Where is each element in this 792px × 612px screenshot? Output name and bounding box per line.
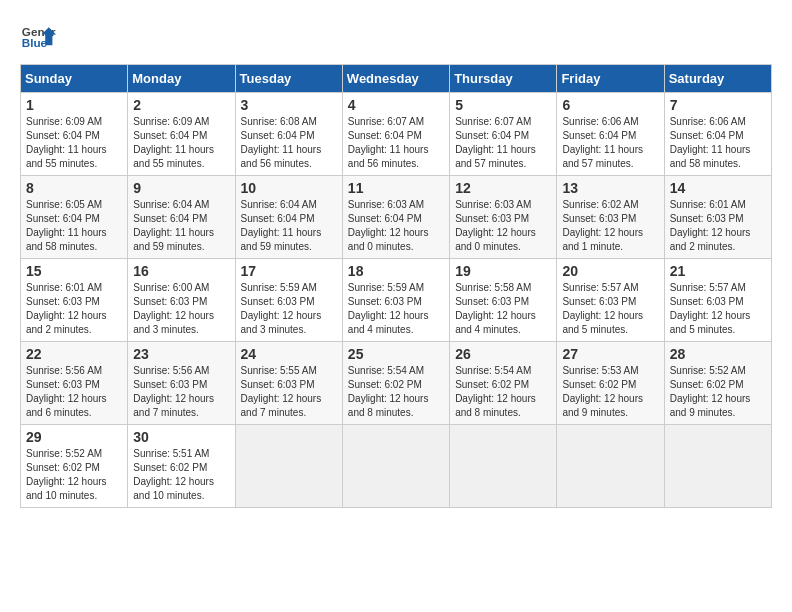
day-info: Sunrise: 5:57 AM Sunset: 6:03 PM Dayligh… [562,281,658,337]
day-info: Sunrise: 5:58 AM Sunset: 6:03 PM Dayligh… [455,281,551,337]
calendar-day-cell: 10Sunrise: 6:04 AM Sunset: 6:04 PM Dayli… [235,176,342,259]
calendar-day-cell: 5Sunrise: 6:07 AM Sunset: 6:04 PM Daylig… [450,93,557,176]
day-info: Sunrise: 6:04 AM Sunset: 6:04 PM Dayligh… [133,198,229,254]
calendar-day-cell: 25Sunrise: 5:54 AM Sunset: 6:02 PM Dayli… [342,342,449,425]
day-number: 18 [348,263,444,279]
calendar-day-cell: 23Sunrise: 5:56 AM Sunset: 6:03 PM Dayli… [128,342,235,425]
calendar-day-cell [450,425,557,508]
calendar-week-row: 15Sunrise: 6:01 AM Sunset: 6:03 PM Dayli… [21,259,772,342]
calendar-day-cell: 13Sunrise: 6:02 AM Sunset: 6:03 PM Dayli… [557,176,664,259]
calendar-day-cell: 22Sunrise: 5:56 AM Sunset: 6:03 PM Dayli… [21,342,128,425]
day-number: 25 [348,346,444,362]
calendar-day-cell: 20Sunrise: 5:57 AM Sunset: 6:03 PM Dayli… [557,259,664,342]
day-number: 16 [133,263,229,279]
day-number: 9 [133,180,229,196]
calendar-table: SundayMondayTuesdayWednesdayThursdayFrid… [20,64,772,508]
day-number: 8 [26,180,122,196]
calendar-week-row: 29Sunrise: 5:52 AM Sunset: 6:02 PM Dayli… [21,425,772,508]
day-number: 10 [241,180,337,196]
calendar-day-cell: 4Sunrise: 6:07 AM Sunset: 6:04 PM Daylig… [342,93,449,176]
calendar-day-cell: 30Sunrise: 5:51 AM Sunset: 6:02 PM Dayli… [128,425,235,508]
day-number: 28 [670,346,766,362]
day-info: Sunrise: 6:01 AM Sunset: 6:03 PM Dayligh… [26,281,122,337]
day-info: Sunrise: 5:57 AM Sunset: 6:03 PM Dayligh… [670,281,766,337]
day-info: Sunrise: 5:59 AM Sunset: 6:03 PM Dayligh… [348,281,444,337]
calendar-day-cell [664,425,771,508]
day-info: Sunrise: 5:53 AM Sunset: 6:02 PM Dayligh… [562,364,658,420]
calendar-header-row: SundayMondayTuesdayWednesdayThursdayFrid… [21,65,772,93]
day-info: Sunrise: 5:59 AM Sunset: 6:03 PM Dayligh… [241,281,337,337]
weekday-header: Tuesday [235,65,342,93]
calendar-day-cell: 12Sunrise: 6:03 AM Sunset: 6:03 PM Dayli… [450,176,557,259]
day-info: Sunrise: 6:09 AM Sunset: 6:04 PM Dayligh… [133,115,229,171]
day-info: Sunrise: 6:05 AM Sunset: 6:04 PM Dayligh… [26,198,122,254]
day-number: 29 [26,429,122,445]
day-number: 23 [133,346,229,362]
day-info: Sunrise: 5:52 AM Sunset: 6:02 PM Dayligh… [670,364,766,420]
day-info: Sunrise: 6:01 AM Sunset: 6:03 PM Dayligh… [670,198,766,254]
day-number: 4 [348,97,444,113]
calendar-day-cell: 11Sunrise: 6:03 AM Sunset: 6:04 PM Dayli… [342,176,449,259]
day-number: 3 [241,97,337,113]
weekday-header: Sunday [21,65,128,93]
day-number: 17 [241,263,337,279]
day-number: 19 [455,263,551,279]
day-info: Sunrise: 6:04 AM Sunset: 6:04 PM Dayligh… [241,198,337,254]
day-info: Sunrise: 6:03 AM Sunset: 6:03 PM Dayligh… [455,198,551,254]
calendar-day-cell: 24Sunrise: 5:55 AM Sunset: 6:03 PM Dayli… [235,342,342,425]
day-info: Sunrise: 6:07 AM Sunset: 6:04 PM Dayligh… [455,115,551,171]
day-info: Sunrise: 5:55 AM Sunset: 6:03 PM Dayligh… [241,364,337,420]
day-info: Sunrise: 6:06 AM Sunset: 6:04 PM Dayligh… [562,115,658,171]
weekday-header: Saturday [664,65,771,93]
calendar-day-cell: 28Sunrise: 5:52 AM Sunset: 6:02 PM Dayli… [664,342,771,425]
day-number: 11 [348,180,444,196]
day-number: 26 [455,346,551,362]
svg-text:Blue: Blue [22,36,48,49]
day-number: 21 [670,263,766,279]
calendar-day-cell: 29Sunrise: 5:52 AM Sunset: 6:02 PM Dayli… [21,425,128,508]
day-number: 14 [670,180,766,196]
day-number: 6 [562,97,658,113]
weekday-header: Monday [128,65,235,93]
day-number: 22 [26,346,122,362]
day-info: Sunrise: 6:06 AM Sunset: 6:04 PM Dayligh… [670,115,766,171]
calendar-day-cell [342,425,449,508]
calendar-day-cell: 15Sunrise: 6:01 AM Sunset: 6:03 PM Dayli… [21,259,128,342]
day-number: 24 [241,346,337,362]
day-info: Sunrise: 6:09 AM Sunset: 6:04 PM Dayligh… [26,115,122,171]
calendar-day-cell: 1Sunrise: 6:09 AM Sunset: 6:04 PM Daylig… [21,93,128,176]
calendar-day-cell: 27Sunrise: 5:53 AM Sunset: 6:02 PM Dayli… [557,342,664,425]
day-info: Sunrise: 5:52 AM Sunset: 6:02 PM Dayligh… [26,447,122,503]
weekday-header: Wednesday [342,65,449,93]
day-number: 12 [455,180,551,196]
page-header: General Blue [20,20,772,56]
calendar-day-cell: 16Sunrise: 6:00 AM Sunset: 6:03 PM Dayli… [128,259,235,342]
calendar-week-row: 1Sunrise: 6:09 AM Sunset: 6:04 PM Daylig… [21,93,772,176]
calendar-day-cell: 26Sunrise: 5:54 AM Sunset: 6:02 PM Dayli… [450,342,557,425]
day-info: Sunrise: 6:00 AM Sunset: 6:03 PM Dayligh… [133,281,229,337]
day-info: Sunrise: 6:03 AM Sunset: 6:04 PM Dayligh… [348,198,444,254]
day-number: 13 [562,180,658,196]
day-number: 15 [26,263,122,279]
logo: General Blue [20,20,58,56]
calendar-day-cell: 3Sunrise: 6:08 AM Sunset: 6:04 PM Daylig… [235,93,342,176]
calendar-day-cell: 9Sunrise: 6:04 AM Sunset: 6:04 PM Daylig… [128,176,235,259]
calendar-day-cell [235,425,342,508]
day-number: 7 [670,97,766,113]
calendar-day-cell: 19Sunrise: 5:58 AM Sunset: 6:03 PM Dayli… [450,259,557,342]
day-number: 30 [133,429,229,445]
day-info: Sunrise: 6:08 AM Sunset: 6:04 PM Dayligh… [241,115,337,171]
calendar-day-cell: 7Sunrise: 6:06 AM Sunset: 6:04 PM Daylig… [664,93,771,176]
calendar-day-cell: 2Sunrise: 6:09 AM Sunset: 6:04 PM Daylig… [128,93,235,176]
day-info: Sunrise: 5:51 AM Sunset: 6:02 PM Dayligh… [133,447,229,503]
weekday-header: Thursday [450,65,557,93]
calendar-day-cell: 6Sunrise: 6:06 AM Sunset: 6:04 PM Daylig… [557,93,664,176]
day-number: 1 [26,97,122,113]
calendar-week-row: 8Sunrise: 6:05 AM Sunset: 6:04 PM Daylig… [21,176,772,259]
day-info: Sunrise: 5:54 AM Sunset: 6:02 PM Dayligh… [455,364,551,420]
calendar-day-cell: 21Sunrise: 5:57 AM Sunset: 6:03 PM Dayli… [664,259,771,342]
day-number: 5 [455,97,551,113]
calendar-day-cell: 8Sunrise: 6:05 AM Sunset: 6:04 PM Daylig… [21,176,128,259]
calendar-day-cell: 17Sunrise: 5:59 AM Sunset: 6:03 PM Dayli… [235,259,342,342]
weekday-header: Friday [557,65,664,93]
